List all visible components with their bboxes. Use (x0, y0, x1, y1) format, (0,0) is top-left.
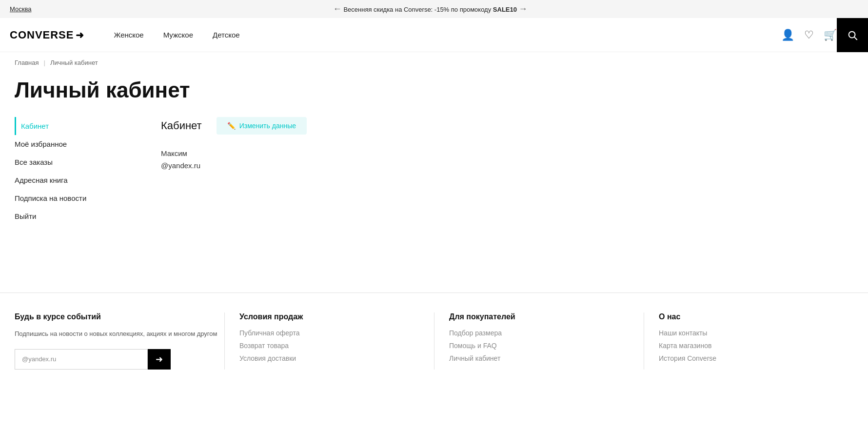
sidebar-item-logout[interactable]: Выйти (15, 207, 117, 225)
user-email: @yandex.ru (161, 161, 853, 170)
promo-text: Весенняя скидка на Converse: -15% по про… (343, 6, 493, 13)
footer-link-faq[interactable]: Помощь и FAQ (449, 342, 644, 350)
footer-link-size[interactable]: Подбор размера (449, 329, 644, 337)
banner-next-arrow[interactable]: → (519, 4, 528, 14)
location-link[interactable]: Москва (10, 5, 31, 13)
newsletter-submit-button[interactable]: ➜ (148, 349, 171, 370)
footer-newsletter: Будь в курсе событий Подпишись на новост… (15, 312, 224, 370)
search-button[interactable] (837, 18, 868, 52)
footer-link-delivery[interactable]: Условия доставки (239, 354, 434, 362)
breadcrumb: Главная | Личный кабинет (0, 52, 868, 73)
edit-icon: ✏️ (227, 122, 236, 130)
sidebar-item-favorites[interactable]: Моё избранное (15, 135, 117, 153)
footer-link-history[interactable]: История Converse (659, 354, 853, 362)
content-area: Кабинет ✏️ Изменить данные Максим @yande… (132, 117, 853, 263)
newsletter-input[interactable] (15, 349, 148, 370)
footer-link-public-offer[interactable]: Публичная оферта (239, 329, 434, 337)
footer: Будь в курсе событий Подпишись на новост… (0, 292, 868, 389)
sidebar-item-address[interactable]: Адресная книга (15, 171, 117, 189)
footer-link-contacts[interactable]: Наши контакты (659, 329, 853, 337)
newsletter-form: ➜ (15, 349, 171, 370)
footer-sale-heading: Условия продаж (239, 312, 434, 321)
footer-about-us: О нас Наши контакты Карта магазинов Исто… (644, 312, 853, 370)
breadcrumb-separator: | (43, 59, 45, 66)
footer-newsletter-heading: Будь в курсе событий (15, 312, 224, 321)
sidebar-item-cabinet[interactable]: Кабинет (15, 117, 117, 135)
content-header: Кабинет ✏️ Изменить данные (161, 117, 853, 135)
user-info: Максим @yandex.ru (161, 149, 853, 170)
logo-arrow: ➜ (76, 29, 84, 41)
cabinet-title: Кабинет (161, 119, 202, 132)
page-title: Личный кабинет (15, 78, 853, 102)
account-icon[interactable]: 👤 (781, 29, 794, 41)
nav-men[interactable]: Мужское (163, 31, 193, 39)
promo-banner: ← Весенняя скидка на Converse: -15% по п… (31, 4, 829, 14)
footer-sale-conditions: Условия продаж Публичная оферта Возврат … (224, 312, 434, 370)
banner-prev-arrow[interactable]: ← (333, 4, 342, 14)
top-banner: Москва ← Весенняя скидка на Converse: -1… (0, 0, 868, 18)
main-nav: Женское Мужское Детское (114, 31, 781, 39)
cart-icon[interactable]: 🛒 (824, 29, 837, 41)
promo-code: SALE10 (493, 6, 517, 13)
logo[interactable]: CONVERSE➜ (10, 29, 84, 41)
breadcrumb-current: Личный кабинет (50, 59, 98, 66)
svg-line-1 (854, 37, 857, 39)
sidebar: Кабинет Моё избранное Все заказы Адресна… (15, 117, 132, 263)
footer-about-heading: О нас (659, 312, 853, 321)
breadcrumb-home[interactable]: Главная (15, 59, 39, 66)
footer-buyers-heading: Для покупателей (449, 312, 644, 321)
header-icons: 👤 ♡ 🛒 (781, 29, 837, 41)
logo-text: CONVERSE (10, 29, 74, 41)
footer-for-buyers: Для покупателей Подбор размера Помощь и … (434, 312, 644, 370)
nav-kids[interactable]: Детское (213, 31, 240, 39)
user-name: Максим (161, 149, 853, 157)
footer-link-return[interactable]: Возврат товара (239, 342, 434, 350)
footer-link-stores[interactable]: Карта магазинов (659, 342, 853, 350)
edit-label: Изменить данные (239, 122, 296, 130)
main-content: Кабинет Моё избранное Все заказы Адресна… (0, 117, 868, 263)
sidebar-item-orders[interactable]: Все заказы (15, 153, 117, 171)
footer-newsletter-description: Подпишись на новости о новых коллекциях,… (15, 329, 224, 339)
footer-link-cabinet[interactable]: Личный кабинет (449, 354, 644, 362)
edit-button[interactable]: ✏️ Изменить данные (217, 117, 307, 135)
sidebar-item-newsletter[interactable]: Подписка на новости (15, 189, 117, 207)
nav-women[interactable]: Женское (114, 31, 143, 39)
header: CONVERSE➜ Женское Мужское Детское 👤 ♡ 🛒 (0, 18, 868, 52)
page-title-section: Личный кабинет (0, 73, 868, 117)
wishlist-icon[interactable]: ♡ (804, 29, 814, 41)
